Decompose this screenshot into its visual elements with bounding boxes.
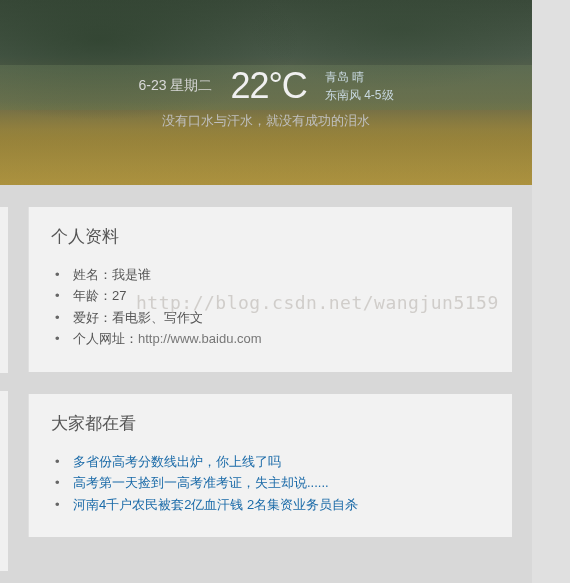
hotlist-link[interactable]: 高考第一天捡到一高考准考证，失主却说...... (73, 475, 329, 490)
weather-bar: 6-23 星期二 22°C 青岛 晴 东南风 4-5级 (0, 65, 532, 107)
hotlist-link[interactable]: 多省份高考分数线出炉，你上线了吗 (73, 454, 281, 469)
temperature: 22°C (230, 65, 306, 107)
hero-quote: 没有口水与汗水，就没有成功的泪水 (0, 112, 532, 130)
hotlist-list: 多省份高考分数线出炉，你上线了吗 高考第一天捡到一高考准考证，失主却说.....… (51, 451, 490, 515)
list-item: 河南4千户农民被套2亿血汗钱 2名集资业务员自杀 (69, 494, 490, 515)
hotlist-title: 大家都在看 (51, 412, 490, 435)
right-pane (532, 0, 570, 583)
watermark: http://blog.csdn.net/wangjun5159 (136, 292, 499, 313)
wind-text: 东南风 4-5级 (325, 86, 394, 104)
list-item: 姓名：我是谁 (69, 264, 490, 285)
hotlist-link[interactable]: 河南4千户农民被套2亿血汗钱 2名集资业务员自杀 (73, 497, 358, 512)
list-item: 多省份高考分数线出炉，你上线了吗 (69, 451, 490, 472)
profile-title: 个人资料 (51, 225, 490, 248)
profile-card: 个人资料 姓名：我是谁 年龄：27 爱好：看电影、写作文 个人网址：http:/… (28, 207, 512, 372)
location-text: 青岛 晴 (325, 68, 394, 86)
hero-banner: 6-23 星期二 22°C 青岛 晴 东南风 4-5级 没有口水与汗水，就没有成… (0, 0, 532, 185)
weather-detail: 青岛 晴 东南风 4-5级 (325, 68, 394, 104)
sidebar-stub (0, 391, 8, 571)
profile-link[interactable]: http://www.baidu.com (138, 331, 262, 346)
list-item: 个人网址：http://www.baidu.com (69, 328, 490, 349)
date-text: 6-23 星期二 (138, 77, 212, 95)
sidebar-stub (0, 207, 8, 373)
list-item: 高考第一天捡到一高考准考证，失主却说...... (69, 472, 490, 493)
hotlist-card: 大家都在看 多省份高考分数线出炉，你上线了吗 高考第一天捡到一高考准考证，失主却… (28, 394, 512, 537)
